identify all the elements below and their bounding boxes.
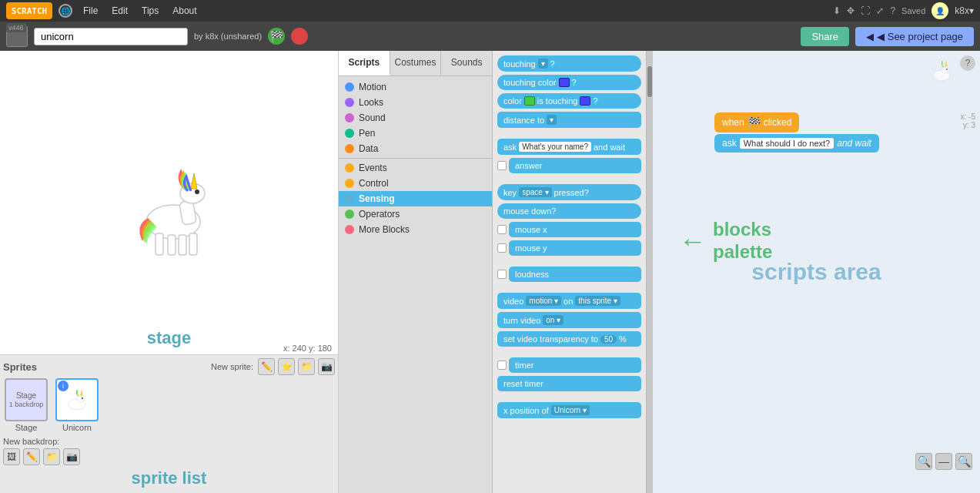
cat-control-label: Control: [359, 178, 389, 189]
mouse-x-checkbox[interactable]: [497, 225, 507, 234]
timer-checkbox[interactable]: [497, 361, 507, 370]
project-name-input[interactable]: [34, 28, 188, 45]
video-motion-dropdown[interactable]: motion ▾: [526, 296, 561, 306]
cat-sensing[interactable]: Sensing: [339, 191, 492, 206]
user-avatar[interactable]: 👤: [932, 2, 948, 19]
loudness-checkbox[interactable]: [497, 270, 507, 279]
tab-sounds[interactable]: Sounds: [441, 51, 492, 75]
mouse-down-block[interactable]: mouse down?: [497, 203, 641, 219]
reset-timer-block[interactable]: reset timer: [497, 376, 641, 391]
language-selector[interactable]: 🌐: [59, 4, 72, 18]
touching-dropdown[interactable]: ▾: [538, 59, 548, 69]
touching-color-block[interactable]: touching color ?: [497, 75, 641, 90]
project-bar-right: Share ◀ ◀ See project page: [801, 27, 974, 46]
username[interactable]: k8x▾: [955, 5, 974, 16]
help-icon[interactable]: ?: [890, 5, 895, 16]
stop-button[interactable]: [291, 28, 308, 45]
reset-timer-label: reset timer: [503, 379, 544, 388]
mouse-y-checkbox[interactable]: [497, 243, 507, 253]
backdrop-paint-icon[interactable]: 🖼: [3, 448, 20, 465]
new-sprite-wand-icon[interactable]: ⭐: [278, 358, 295, 375]
color-touching-block[interactable]: color is touching ?: [497, 93, 641, 109]
stage-sprite-item[interactable]: Stage1 backdrop Stage: [3, 378, 49, 432]
backdrop-camera-icon[interactable]: 📷: [63, 448, 80, 465]
cat-motion[interactable]: Motion: [339, 79, 492, 95]
distance-to-dropdown[interactable]: ▾: [547, 115, 557, 125]
turn-video-on-dropdown[interactable]: on ▾: [543, 315, 564, 325]
tab-costumes[interactable]: Costumes: [390, 51, 442, 75]
backdrop-upload-icon[interactable]: 📁: [43, 448, 60, 465]
fullscreen-icon[interactable]: ⛶: [861, 5, 870, 16]
zoom-in-button[interactable]: 🔍: [915, 453, 932, 470]
color-swatch-2[interactable]: [580, 96, 590, 106]
menu-tips[interactable]: Tips: [135, 3, 165, 18]
new-sprite-upload-icon[interactable]: 📁: [298, 358, 315, 375]
cat-control[interactable]: Control: [339, 176, 492, 191]
unicorn-sprite-item[interactable]: i Unicorn: [54, 378, 100, 432]
cat-operators[interactable]: Operators: [339, 206, 492, 222]
scrollbar-thumb[interactable]: [647, 66, 652, 97]
loudness-block[interactable]: loudness: [509, 267, 641, 282]
green-flag-button[interactable]: 🏁: [268, 28, 285, 45]
zoom-out-button[interactable]: 🔍: [955, 453, 972, 470]
color-swatch-touching[interactable]: [559, 78, 570, 87]
blocks-scrollbar[interactable]: [647, 51, 653, 493]
expand-icon[interactable]: ⤢: [876, 5, 884, 16]
cat-pen[interactable]: Pen: [339, 126, 492, 141]
answer-block[interactable]: answer: [509, 158, 641, 173]
upload-icon[interactable]: ⬇: [833, 5, 841, 16]
spacer3: [497, 259, 641, 263]
answer-checkbox[interactable]: [497, 161, 507, 170]
backdrop-edit-icon[interactable]: ✏️: [23, 448, 40, 465]
unicorn-sprite: [108, 141, 231, 264]
timer-block[interactable]: timer: [509, 357, 641, 373]
backdrop-icons: 🖼 ✏️ 📁 📷: [3, 448, 335, 465]
when-clicked-block[interactable]: when 🏁 clicked: [714, 112, 799, 132]
set-video-transparency-block[interactable]: set video transparency to 50 %: [497, 331, 641, 347]
x-position-of-block[interactable]: x position of Unicorn ▾: [497, 402, 641, 418]
menu-file[interactable]: File: [77, 3, 104, 18]
cat-sound-label: Sound: [359, 112, 386, 123]
menu-about[interactable]: About: [166, 3, 202, 18]
share-button[interactable]: Share: [801, 27, 849, 46]
key-space-dropdown[interactable]: space ▾: [519, 187, 551, 197]
see-project-button[interactable]: ◀ ◀ See project page: [855, 27, 974, 46]
key-pressed-block[interactable]: key space ▾ pressed?: [497, 184, 641, 200]
ask-and-wait-block[interactable]: ask What's your name? and wait: [497, 139, 641, 155]
ask-and-wait-script-block[interactable]: ask What should I do next? and wait: [714, 134, 879, 153]
color-swatch-1[interactable]: [524, 96, 535, 106]
ask-input-value[interactable]: What's your name?: [519, 142, 591, 152]
project-owner: by k8x (unshared): [194, 32, 262, 41]
mouse-x-block[interactable]: mouse x: [509, 222, 641, 237]
video-sprite-dropdown[interactable]: this sprite ▾: [575, 296, 620, 306]
scratch-logo[interactable]: SCRATCH: [6, 2, 52, 19]
mouse-y-block[interactable]: mouse y: [509, 240, 641, 256]
ask-script-input[interactable]: What should I do next?: [740, 138, 835, 149]
svg-point-12: [82, 397, 83, 399]
scripts-help-button[interactable]: ?: [960, 55, 975, 71]
cat-sound[interactable]: Sound: [339, 110, 492, 126]
stage-thumb: Stage1 backdrop: [5, 378, 48, 421]
touching-block[interactable]: touching ▾ ?: [497, 55, 641, 72]
video-transparency-value[interactable]: 50: [600, 335, 617, 344]
cat-looks[interactable]: Looks: [339, 95, 492, 110]
and-wait-script-label: and wait: [837, 138, 871, 149]
menu-edit[interactable]: Edit: [105, 3, 134, 18]
cat-events-dot: [345, 163, 354, 173]
cat-events[interactable]: Events: [339, 160, 492, 176]
cat-operators-label: Operators: [359, 209, 400, 220]
cat-sound-dot: [345, 113, 354, 122]
x-position-sprite-dropdown[interactable]: Unicorn ▾: [551, 405, 590, 415]
video-motion-block[interactable]: video motion ▾ on this sprite ▾: [497, 293, 641, 309]
cat-data[interactable]: Data: [339, 141, 492, 156]
cat-more-blocks[interactable]: More Blocks: [339, 222, 492, 237]
new-sprite-paint-icon[interactable]: ✏️: [258, 358, 275, 375]
zoom-reset-button[interactable]: —: [935, 453, 952, 470]
tab-scripts[interactable]: Scripts: [339, 51, 390, 75]
move-icon[interactable]: ✥: [847, 5, 855, 16]
turn-video-block[interactable]: turn video on ▾: [497, 312, 641, 328]
key-label: key: [503, 188, 517, 197]
new-sprite-camera-icon[interactable]: 📷: [318, 358, 335, 375]
scripts-area[interactable]: ← blockspalette scripts area when 🏁 clic…: [653, 51, 980, 493]
distance-to-block[interactable]: distance to ▾: [497, 112, 641, 128]
